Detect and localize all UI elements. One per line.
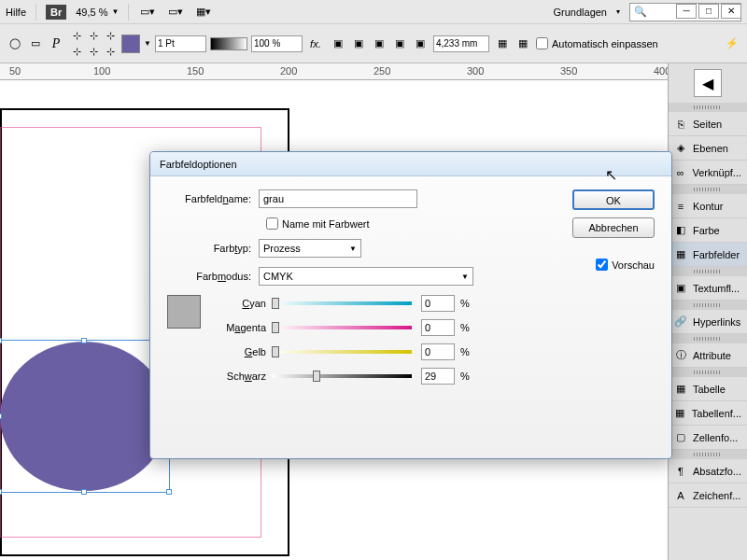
minimize-button[interactable]: ─ [676,4,697,19]
color-mode-dropdown[interactable]: CMYK▼ [259,267,473,286]
view-options-icon[interactable]: ▭▾ [138,3,157,21]
panel-kontur[interactable]: ≡Kontur [669,194,747,218]
cyan-value-input[interactable] [421,295,455,312]
cyan-slider[interactable] [272,298,412,309]
anchor-icon[interactable]: ⊹ [103,44,118,59]
black-label: Schwarz [216,371,272,382]
wrap-icon[interactable]: ▣ [390,35,409,53]
gradient-swatch[interactable] [210,37,247,50]
charstyle-icon: A [674,489,687,502]
opacity-input[interactable] [251,35,303,52]
panel-farbe[interactable]: ◧Farbe [669,218,747,243]
parastyle-icon: ¶ [674,465,687,478]
panel-grip[interactable] [669,185,747,194]
fx-icon[interactable]: fx. [306,35,325,53]
autofit-label: Automatisch einpassen [552,38,658,49]
panel-hyperlinks[interactable]: 🔗Hyperlinks [669,310,747,334]
measure-input[interactable] [433,35,489,52]
panel-verknuepf[interactable]: ∞Verknüpf... [669,161,747,185]
anchor-icon[interactable]: ⊹ [69,28,84,43]
color-type-dropdown[interactable]: Prozess▼ [259,239,361,258]
panel-farbfelder[interactable]: ▦Farbfelder [669,243,747,267]
maximize-button[interactable]: □ [698,4,719,19]
resize-handle[interactable] [0,413,2,419]
arrange-docs-icon[interactable]: ▦▾ [194,3,213,21]
yellow-value-input[interactable] [421,343,455,360]
layers-icon: ◈ [674,142,687,155]
yellow-label: Gelb [216,346,272,357]
cellstyle-icon: ▢ [674,431,687,444]
yellow-slider[interactable] [272,346,412,357]
close-button[interactable]: ✕ [721,4,741,19]
panel-grip[interactable] [669,334,747,343]
panel-grip[interactable] [669,368,747,377]
black-value-input[interactable] [421,368,455,385]
workspace-switcher[interactable]: Grundlagen [554,7,608,18]
color-icon: ◧ [674,224,687,237]
panel-ebenen[interactable]: ◈Ebenen [669,136,747,161]
resize-handle[interactable] [81,338,87,343]
dialog-titlebar[interactable]: Farbfeldoptionen [150,152,671,176]
anchor-icon[interactable]: ⊹ [86,44,101,59]
chevron-down-icon[interactable]: ▾ [616,7,620,16]
panel-grip[interactable] [669,450,747,459]
chevron-down-icon: ▼ [349,245,357,253]
cyan-label: Cyan [216,298,272,309]
anchor-icon[interactable]: ⊹ [69,44,84,59]
panel-attribute[interactable]: ⓘAttribute [669,343,747,368]
ellipse-tool-icon[interactable]: ◯ [6,35,24,53]
wrap-icon[interactable]: ▣ [329,35,347,53]
color-preview-swatch [167,295,201,329]
magenta-value-input[interactable] [421,319,455,336]
expand-panels-icon[interactable]: ◀ [694,69,722,97]
black-slider[interactable] [272,371,412,382]
stroke-weight-input[interactable] [155,35,206,52]
cancel-button[interactable]: Abbrechen [572,217,655,238]
chevron-down-icon[interactable]: ▼ [144,39,151,48]
color-type-label: Farbtyp: [167,243,259,254]
stroke-icon: ≡ [674,200,687,213]
resize-handle[interactable] [0,489,2,495]
panel-tabelle[interactable]: ▦Tabelle [669,377,747,401]
links-icon: ∞ [674,166,686,179]
zoom-level[interactable]: 49,5 % [76,7,107,18]
panel-grip[interactable] [669,103,747,112]
autofit-checkbox[interactable] [536,37,548,49]
fit-icon[interactable]: ▦ [493,35,512,53]
panel-zellenfo[interactable]: ▢Zellenfo... [669,426,747,450]
name-with-value-checkbox[interactable] [266,217,278,230]
wrap-icon[interactable]: ▣ [411,35,430,53]
panel-grip[interactable] [669,301,747,310]
table-icon: ▦ [674,383,687,396]
screen-mode-icon[interactable]: ▭▾ [166,3,185,21]
magenta-slider[interactable] [272,322,412,333]
fit-icon[interactable]: ▦ [514,35,532,53]
chevron-down-icon[interactable]: ▼ [112,7,120,16]
name-with-value-label: Name mit Farbwert [282,218,370,230]
bridge-button[interactable]: Br [46,5,66,20]
preview-checkbox[interactable] [596,259,608,271]
help-menu[interactable]: Hilfe [6,7,26,18]
ok-button[interactable]: OK [572,189,655,210]
resize-handle[interactable] [0,338,2,343]
panel-textumfl[interactable]: ▣Textumfl... [669,276,747,301]
resize-handle[interactable] [166,489,172,495]
panel-seiten[interactable]: ⎘Seiten [669,112,747,136]
panel-grip[interactable] [669,267,747,276]
panel-tabellenf[interactable]: ▦Tabellenf... [669,401,747,426]
search-icon: 🔍 [634,6,647,18]
swatch-name-input[interactable] [259,189,417,208]
attribute-icon: ⓘ [674,349,687,362]
flash-icon[interactable]: ⚡ [723,35,741,53]
anchor-icon[interactable]: ⊹ [103,28,118,43]
anchor-icon[interactable]: ⊹ [86,28,101,43]
wrap-icon[interactable]: ▣ [349,35,368,53]
resize-handle[interactable] [81,489,87,495]
wrap-icon[interactable]: ▣ [370,35,388,53]
rect-tool-icon[interactable]: ▭ [26,35,45,53]
magenta-label: Magenta [216,322,272,333]
panel-zeichenfo[interactable]: AZeichenf... [669,483,747,508]
panel-absatzfo[interactable]: ¶Absatzfo... [669,459,747,483]
type-tool-icon[interactable]: P [47,35,65,53]
fill-swatch[interactable] [121,35,140,53]
